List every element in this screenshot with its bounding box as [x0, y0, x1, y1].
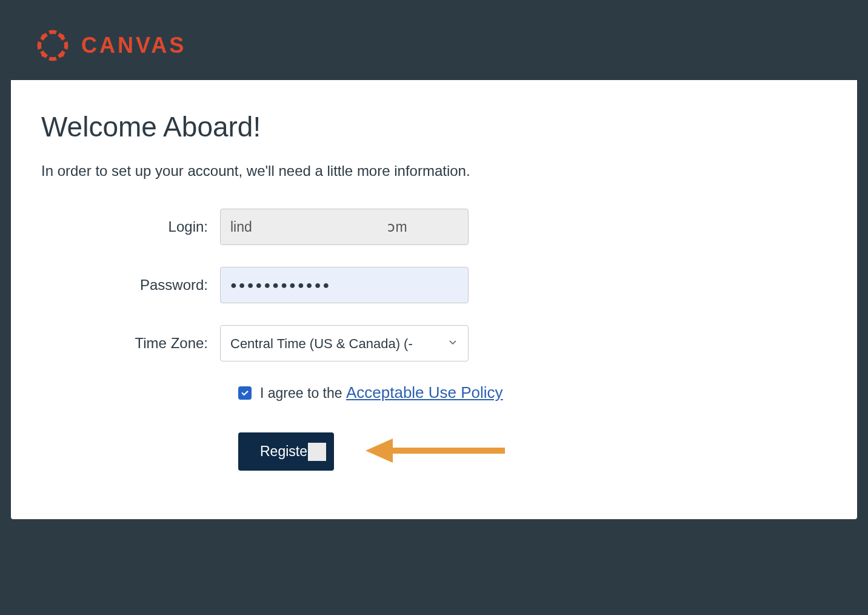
canvas-logo-icon	[35, 28, 70, 63]
header: CANVAS	[11, 11, 857, 80]
brand-name: CANVAS	[81, 33, 186, 58]
annotation-arrow-icon	[366, 435, 511, 468]
agreement-row: I agree to the Acceptable Use Policy	[238, 383, 827, 402]
page-subtitle: In order to set up your account, we'll n…	[41, 163, 827, 180]
check-icon	[241, 389, 249, 397]
page-container: CANVAS Welcome Aboard! In order to set u…	[11, 11, 857, 519]
page-title: Welcome Aboard!	[41, 110, 827, 143]
password-label: Password:	[41, 277, 220, 294]
submit-row: Register	[238, 432, 827, 471]
login-label: Login:	[41, 218, 220, 235]
decorative-square	[308, 443, 326, 461]
main-content: Welcome Aboard! In order to set up your …	[11, 80, 857, 519]
brand-logo: CANVAS	[35, 28, 186, 63]
timezone-label: Time Zone:	[41, 335, 220, 352]
svg-marker-9	[366, 439, 393, 463]
timezone-select[interactable]: Central Time (US & Canada) (-	[220, 325, 469, 361]
acceptable-use-policy-link[interactable]: Acceptable Use Policy	[346, 383, 503, 402]
login-row: Login:	[41, 209, 827, 245]
agreement-text: I agree to the Acceptable Use Policy	[260, 383, 503, 402]
agreement-prefix: I agree to the	[260, 385, 346, 401]
password-row: Password:	[41, 267, 827, 303]
password-input[interactable]	[220, 267, 469, 303]
timezone-row: Time Zone: Central Time (US & Canada) (-	[41, 325, 827, 361]
agreement-checkbox[interactable]	[238, 386, 252, 400]
redaction-overlay	[256, 212, 378, 241]
